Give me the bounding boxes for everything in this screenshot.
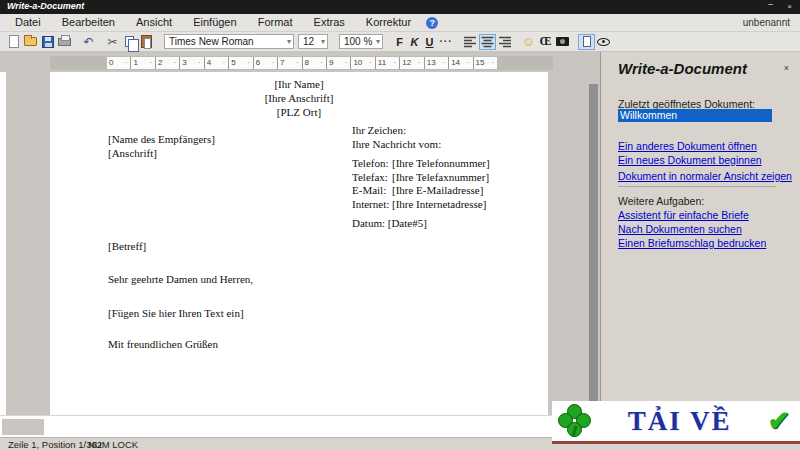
menu-item-extras[interactable]: Extras bbox=[305, 14, 354, 28]
ruler-mark: 8 bbox=[302, 57, 326, 69]
eye-icon bbox=[597, 38, 610, 46]
left-gutter bbox=[0, 72, 6, 415]
field-label: Telefax: bbox=[352, 171, 392, 185]
ruler-scale: 0 1 2 3 4 5 6 7 8 9 10 11 12 13 14 15 bbox=[107, 57, 497, 69]
special-character-icon: Œ bbox=[540, 34, 552, 49]
letter-line: [Ihre Anschrift] bbox=[50, 91, 548, 105]
window-title: Write-a-Document bbox=[7, 1, 84, 11]
letter-field: Internet:[Ihre Internetadresse] bbox=[352, 198, 490, 212]
undo-button[interactable]: ↶ bbox=[80, 33, 97, 50]
paste-clipboard-icon bbox=[141, 35, 152, 48]
ruler-mark: 2 bbox=[155, 57, 179, 69]
letter-closing: Mit freundlichen Grüßen bbox=[108, 338, 218, 350]
insert-smiley-button[interactable]: ☺ bbox=[520, 33, 537, 50]
print-button[interactable] bbox=[56, 33, 73, 50]
preview-button[interactable] bbox=[595, 33, 612, 50]
menu-item-format[interactable]: Format bbox=[249, 14, 302, 28]
help-icon[interactable]: ? bbox=[426, 17, 438, 29]
field-label: E-Mail: bbox=[352, 184, 392, 198]
application-window: Write-a-Document – × Datei Bearbeiten An… bbox=[0, 0, 800, 450]
new-document-button[interactable] bbox=[5, 33, 22, 50]
toolbar: ↶ ✂ Times New Roman ▾ 12 ▾ 100 % ▾ F K U… bbox=[0, 32, 800, 52]
align-right-button[interactable] bbox=[496, 34, 513, 50]
align-center-icon bbox=[481, 36, 494, 48]
field-value: [Date#5] bbox=[388, 217, 427, 229]
ruler-mark: 4 bbox=[204, 57, 228, 69]
ruler-mark: 7 bbox=[277, 57, 301, 69]
print-envelope-link[interactable]: Einen Briefumschlag bedrucken bbox=[618, 237, 766, 249]
align-center-button[interactable] bbox=[479, 34, 496, 50]
recent-document-item[interactable]: Willkommen bbox=[618, 109, 772, 122]
paste-button[interactable] bbox=[138, 33, 155, 50]
letter-line: [PLZ Ort] bbox=[50, 105, 548, 119]
more-formatting-button[interactable]: ··· bbox=[437, 36, 455, 47]
open-folder-icon bbox=[24, 37, 37, 46]
chevron-down-icon: ▾ bbox=[287, 37, 291, 46]
letter-field: Telefon:[Ihre Telefonnummer] bbox=[352, 157, 490, 171]
ruler-mark: 11 bbox=[375, 57, 399, 69]
field-label: Datum: bbox=[352, 217, 385, 229]
horizontal-scrollbar[interactable] bbox=[0, 415, 600, 437]
current-document-name: unbenannt bbox=[743, 17, 790, 28]
ruler-mark: 1 bbox=[130, 57, 154, 69]
font-family-select[interactable]: Times New Roman ▾ bbox=[164, 34, 294, 49]
ruler-mark: 12 bbox=[399, 57, 423, 69]
page-view-button[interactable] bbox=[578, 34, 595, 50]
field-label: Internet: bbox=[352, 198, 392, 212]
page-icon bbox=[583, 36, 591, 47]
menu-item-korrektur[interactable]: Korrektur bbox=[357, 14, 420, 28]
zoom-select[interactable]: 100 % ▾ bbox=[339, 34, 383, 49]
task-pane-close-icon[interactable]: × bbox=[784, 63, 789, 73]
insert-image-button[interactable] bbox=[554, 33, 571, 50]
letter-line: Ihre Nachricht vom: bbox=[352, 138, 490, 152]
open-button[interactable] bbox=[22, 33, 39, 50]
camera-icon bbox=[556, 37, 569, 46]
search-documents-link[interactable]: Nach Dokumenten suchen bbox=[618, 223, 742, 235]
menu-item-ansicht[interactable]: Ansicht bbox=[127, 14, 181, 28]
italic-button[interactable]: K bbox=[407, 36, 422, 48]
letter-line: [Anschrift] bbox=[108, 147, 215, 161]
ruler-mark: 13 bbox=[424, 57, 448, 69]
save-button[interactable] bbox=[39, 33, 56, 50]
letter-wizard-link[interactable]: Assistent für einfache Briefe bbox=[618, 209, 749, 221]
letter-field: Datum: [Date#5] bbox=[352, 217, 490, 231]
letter-recipient-block: [Name des Empfängers] [Anschrift] bbox=[108, 133, 215, 160]
smiley-icon: ☺ bbox=[522, 35, 535, 48]
undo-icon: ↶ bbox=[83, 36, 93, 48]
font-family-value: Times New Roman bbox=[169, 36, 254, 47]
printer-icon bbox=[58, 38, 71, 46]
menu-bar: Datei Bearbeiten Ansicht Einfügen Format… bbox=[0, 14, 800, 32]
vertical-scrollbar[interactable] bbox=[589, 84, 598, 414]
horizontal-scrollbar-thumb[interactable] bbox=[2, 419, 44, 435]
clover-icon bbox=[558, 404, 592, 438]
letter-line: Ihr Zeichen: bbox=[352, 124, 490, 138]
align-left-button[interactable] bbox=[462, 34, 479, 50]
bold-button[interactable]: F bbox=[392, 36, 407, 48]
special-character-button[interactable]: Œ bbox=[537, 33, 554, 50]
cut-button[interactable]: ✂ bbox=[104, 33, 121, 50]
ruler-mark: 14 bbox=[448, 57, 472, 69]
title-bar: Write-a-Document – × bbox=[0, 0, 800, 14]
letter-salutation: Sehr geehrte Damen und Herren, bbox=[108, 273, 253, 285]
menu-item-einfuegen[interactable]: Einfügen bbox=[184, 14, 245, 28]
download-banner[interactable]: TẢI VỀ ✔ bbox=[552, 401, 800, 444]
minimize-button[interactable]: – bbox=[768, 0, 773, 9]
new-document-link[interactable]: Ein neues Dokument beginnen bbox=[618, 154, 762, 166]
task-pane-title: Write-a-Document bbox=[618, 60, 747, 77]
letter-field: E-Mail:[Ihre E-Mailadresse] bbox=[352, 184, 490, 198]
copy-button[interactable] bbox=[121, 33, 138, 50]
ruler-mark: 0 bbox=[107, 57, 130, 69]
menu-item-bearbeiten[interactable]: Bearbeiten bbox=[53, 14, 124, 28]
menu-item-datei[interactable]: Datei bbox=[6, 14, 50, 28]
document-page[interactable]: [Ihr Name] [Ihre Anschrift] [PLZ Ort] [N… bbox=[50, 72, 548, 415]
zoom-value: 100 % bbox=[344, 36, 372, 47]
normal-view-link[interactable]: Dokument in normaler Ansicht zeigen bbox=[618, 170, 792, 182]
underline-button[interactable]: U bbox=[422, 36, 437, 48]
font-size-select[interactable]: 12 ▾ bbox=[298, 34, 328, 49]
align-right-icon bbox=[498, 36, 511, 48]
chevron-down-icon: ▾ bbox=[321, 37, 325, 46]
field-value: [Ihre Telefaxnummer] bbox=[392, 171, 489, 183]
close-button[interactable]: × bbox=[787, 2, 792, 11]
more-tasks-label: Weitere Aufgaben: bbox=[618, 195, 704, 207]
open-other-document-link[interactable]: Ein anderes Dokument öffnen bbox=[618, 140, 757, 152]
